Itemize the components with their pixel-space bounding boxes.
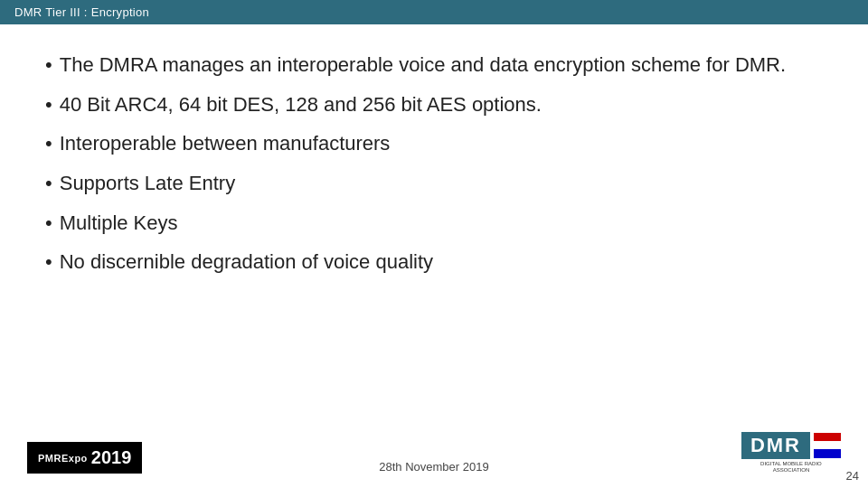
list-item: •Interoperable between manufacturers	[45, 130, 823, 157]
bullet-text: Multiple Keys	[60, 210, 823, 237]
footer-date: 28th November 2019	[379, 460, 488, 474]
pmr-logo: PMRExpo 2019	[27, 442, 142, 474]
list-item: •Supports Late Entry	[45, 170, 823, 197]
main-content: •The DMRA manages an interoperable voice…	[0, 24, 868, 306]
dmr-box: DMR	[741, 432, 810, 459]
header-bar: DMR Tier III : Encryption	[0, 0, 868, 24]
bullet-text: Interoperable between manufacturers	[60, 130, 823, 157]
list-item: •No discernible degradation of voice qua…	[45, 249, 823, 276]
bullet-symbol: •	[45, 210, 52, 237]
footer-left: PMRExpo 2019	[27, 442, 142, 474]
header-title: DMR Tier III : Encryption	[14, 5, 149, 19]
bullet-symbol: •	[45, 249, 52, 276]
list-item: •Multiple Keys	[45, 210, 823, 237]
bullet-text: 40 Bit ARC4, 64 bit DES, 128 and 256 bit…	[60, 91, 823, 118]
pmr-logo-year: 2019	[91, 447, 132, 468]
pmr-logo-text: PMRExpo	[38, 453, 88, 464]
bullet-symbol: •	[45, 130, 52, 157]
footer-right: DMR DIGITAL MOBILE RADIO ASSOCIATION	[741, 432, 841, 474]
list-item: •The DMRA manages an interoperable voice…	[45, 52, 823, 79]
page-number: 24	[846, 469, 859, 483]
bullet-symbol: •	[45, 52, 52, 79]
footer: PMRExpo 2019 28th November 2019 DMR DIGI…	[0, 460, 868, 474]
bullet-list: •The DMRA manages an interoperable voice…	[45, 52, 823, 276]
bullet-symbol: •	[45, 170, 52, 197]
dmr-subtext: DIGITAL MOBILE RADIO ASSOCIATION	[746, 461, 836, 474]
list-item: •40 Bit ARC4, 64 bit DES, 128 and 256 bi…	[45, 91, 823, 118]
dmr-flag	[814, 433, 841, 458]
bullet-text: No discernible degradation of voice qual…	[60, 249, 823, 276]
dmr-logo: DMR DIGITAL MOBILE RADIO ASSOCIATION	[741, 432, 841, 474]
bullet-text: The DMRA manages an interoperable voice …	[60, 52, 823, 79]
bullet-symbol: •	[45, 91, 52, 118]
bullet-text: Supports Late Entry	[60, 170, 823, 197]
